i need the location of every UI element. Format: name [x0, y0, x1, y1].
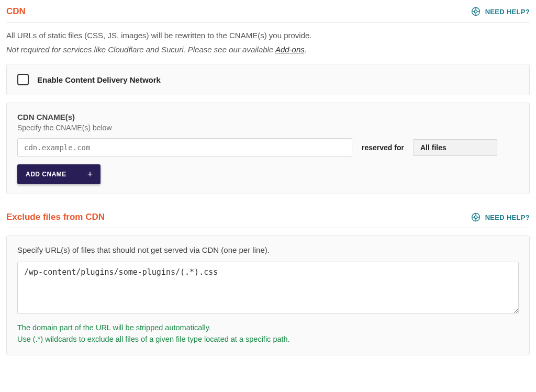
- cdn-description-line1: All URLs of static files (CSS, JS, image…: [6, 30, 530, 42]
- cdn-description-line2: Not required for services like Cloudflar…: [6, 44, 530, 56]
- exclude-title: Exclude files from CDN: [6, 212, 105, 222]
- enable-cdn-panel: Enable Content Delivery Network: [6, 64, 530, 95]
- cdn-section: CDN NEED HELP? All URLs of static files …: [6, 6, 530, 194]
- cname-input[interactable]: [17, 138, 352, 157]
- help-icon: [471, 212, 481, 222]
- cdn-help-link[interactable]: NEED HELP?: [471, 6, 530, 17]
- cdn-title: CDN: [6, 6, 26, 17]
- cdn-desc2-suffix: .: [305, 45, 307, 54]
- exclude-help-link[interactable]: NEED HELP?: [471, 212, 530, 222]
- cname-panel: CDN CNAME(s) Specify the CNAME(s) below …: [6, 103, 530, 194]
- cdn-help-label: NEED HELP?: [485, 8, 530, 16]
- svg-point-1: [474, 10, 477, 13]
- cname-row: reserved for All files: [17, 138, 519, 157]
- exclude-hint-line1: The domain part of the URL will be strip…: [17, 322, 519, 333]
- exclude-section-header: Exclude files from CDN NEED HELP?: [6, 212, 530, 228]
- exclude-section: Exclude files from CDN NEED HELP? Specif…: [6, 212, 530, 355]
- cdn-section-header: CDN NEED HELP?: [6, 6, 530, 23]
- exclude-desc: Specify URL(s) of files that should not …: [17, 245, 519, 254]
- enable-cdn-checkbox[interactable]: [17, 74, 29, 85]
- enable-cdn-label: Enable Content Delivery Network: [37, 75, 161, 84]
- exclude-panel: Specify URL(s) of files that should not …: [6, 236, 530, 355]
- add-cname-label: ADD CNAME: [26, 171, 66, 178]
- reserved-for-value: All files: [420, 143, 446, 152]
- enable-cdn-row: Enable Content Delivery Network: [17, 74, 519, 85]
- plus-icon: +: [87, 170, 93, 179]
- help-icon: [471, 6, 481, 17]
- cname-panel-title: CDN CNAME(s): [17, 113, 519, 121]
- svg-point-7: [474, 216, 477, 218]
- cname-panel-desc: Specify the CNAME(s) below: [17, 124, 519, 132]
- exclude-hint-line2: Use (.*) wildcards to exclude all files …: [17, 333, 519, 345]
- reserved-for-select[interactable]: All files: [414, 139, 497, 156]
- cdn-desc2-prefix: Not required for services like Cloudflar…: [6, 45, 275, 54]
- reserved-for-label: reserved for: [362, 143, 404, 152]
- addons-link[interactable]: Add-ons: [275, 45, 305, 54]
- exclude-help-label: NEED HELP?: [485, 214, 530, 221]
- add-cname-button[interactable]: ADD CNAME +: [17, 164, 100, 184]
- exclude-textarea[interactable]: [17, 262, 519, 314]
